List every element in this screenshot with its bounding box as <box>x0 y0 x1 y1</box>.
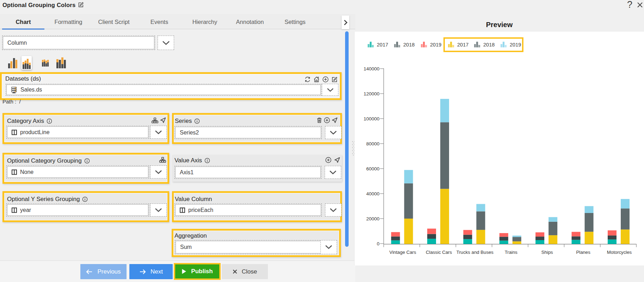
svg-text:140000: 140000 <box>363 66 379 71</box>
svg-text:Trucks and Buses: Trucks and Buses <box>456 250 493 255</box>
svg-text:Ships: Ships <box>541 250 553 255</box>
svg-text:40000: 40000 <box>366 191 380 196</box>
svg-text:60000: 60000 <box>366 166 380 171</box>
svg-text:0: 0 <box>377 241 380 246</box>
svg-text:20000: 20000 <box>366 216 380 221</box>
svg-text:Classic Cars: Classic Cars <box>426 250 452 255</box>
svg-text:Vintage Cars: Vintage Cars <box>390 250 416 255</box>
svg-text:Planes: Planes <box>576 250 590 255</box>
svg-text:120000: 120000 <box>363 91 379 96</box>
svg-text:Trains: Trains <box>505 250 518 255</box>
svg-text:80000: 80000 <box>366 141 380 146</box>
svg-text:Motorcycles: Motorcycles <box>607 250 632 255</box>
svg-text:100000: 100000 <box>363 116 379 121</box>
